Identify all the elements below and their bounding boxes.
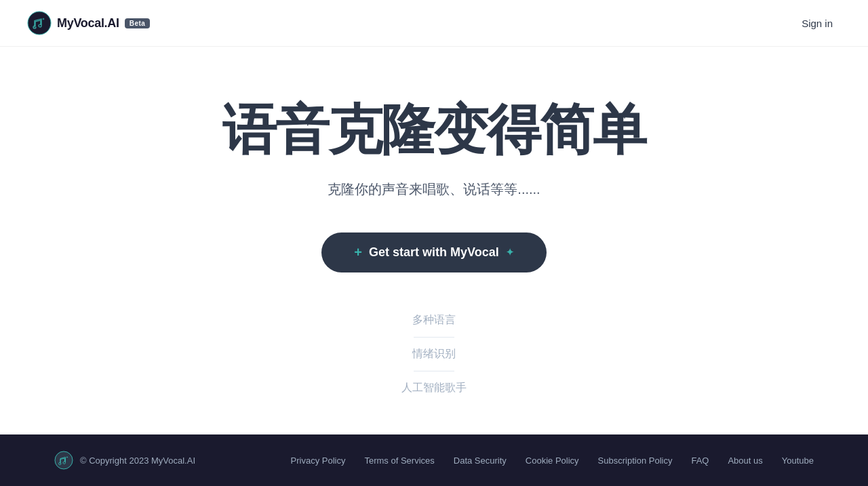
hero-title: 语音克隆变得简单 (222, 100, 646, 160)
footer-link-cookie[interactable]: Cookie Policy (526, 455, 579, 466)
footer-link-privacy[interactable]: Privacy Policy (291, 455, 346, 466)
features-list: 多种语言 情绪识别 人工智能歌手 (401, 313, 467, 395)
footer-copyright: © Copyright 2023 MyVocal.AI (80, 455, 195, 466)
feature-item-3: 人工智能歌手 (401, 381, 467, 395)
cta-plus-right-icon: ✦ (506, 247, 514, 258)
svg-point-0 (28, 12, 51, 35)
footer-logo-icon (54, 451, 73, 470)
feature-divider-2 (414, 371, 454, 371)
footer-links: Privacy Policy Terms of Services Data Se… (291, 455, 814, 466)
cta-label: Get start with MyVocal (369, 245, 499, 260)
feature-item-2: 情绪识别 (412, 347, 456, 361)
footer-link-data-security[interactable]: Data Security (454, 455, 507, 466)
sign-in-button[interactable]: Sign in (793, 14, 841, 33)
footer-link-about[interactable]: About us (728, 455, 762, 466)
svg-point-1 (55, 451, 73, 469)
beta-badge: Beta (125, 18, 151, 28)
footer-link-faq[interactable]: FAQ (691, 455, 709, 466)
footer-link-subscription[interactable]: Subscription Policy (598, 455, 673, 466)
hero-subtitle: 克隆你的声音来唱歌、说话等等...... (328, 180, 540, 199)
main-content: 语音克隆变得简单 克隆你的声音来唱歌、说话等等...... + Get star… (0, 47, 868, 434)
footer-left: © Copyright 2023 MyVocal.AI (54, 451, 195, 470)
footer: © Copyright 2023 MyVocal.AI Privacy Poli… (0, 434, 868, 486)
cta-plus-left-icon: + (354, 245, 362, 260)
logo-area: MyVocal.AI Beta (27, 11, 150, 35)
cta-button[interactable]: + Get start with MyVocal ✦ (321, 232, 546, 272)
logo-text: MyVocal.AI (57, 16, 119, 31)
feature-item-1: 多种语言 (412, 313, 456, 327)
footer-link-youtube[interactable]: Youtube (782, 455, 814, 466)
footer-link-terms[interactable]: Terms of Services (364, 455, 434, 466)
logo-icon (27, 11, 52, 35)
feature-divider-1 (414, 337, 454, 338)
header: MyVocal.AI Beta Sign in (0, 0, 868, 47)
